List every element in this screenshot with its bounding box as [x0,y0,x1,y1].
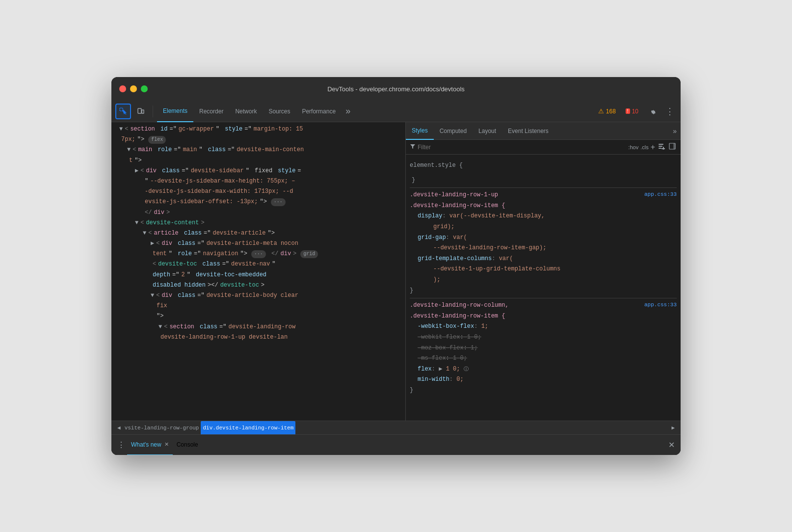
tab-event-listeners[interactable]: Event Listeners [502,122,554,140]
devtools-main: ▼ <section id="gc-wrapper" style="margin… [111,122,681,421]
styles-filter-input[interactable] [418,144,624,151]
toolbar-right: ⚠ 168 ! 10 ⋮ [595,105,677,118]
breadcrumb-item-1[interactable]: vsite-landing-row-group [123,421,201,435]
svg-rect-0 [120,108,123,111]
svg-rect-7 [661,148,665,149]
css-property-grid-gap: grid-gap: var( [410,233,677,243]
error-icon: ! [626,108,630,114]
styles-panel: Styles Computed Layout Event Listeners » [406,122,681,421]
css-prop-ms-flex: -ms-flex: 1 0; [410,353,677,364]
drawer-close-button[interactable]: ✕ [666,438,677,452]
css-prop-webkit-box-flex: -webkit-box-flex: 1; [410,321,677,332]
style-rule-header-2: .devsite-landing-row-column, app.css:33 [410,300,677,311]
html-line: ▼ <article class="devsite-article"> [111,228,405,239]
minimize-button[interactable] [130,85,137,92]
html-line: "--devsite-js-sidebar-max-height: 755px;… [111,176,405,186]
css-prop-min-width: min-width: 0; [410,374,677,385]
maximize-button[interactable] [141,85,148,92]
style-selector: element.style { [410,160,677,171]
more-options-button[interactable]: ⋮ [663,105,677,118]
html-line: disabled hidden></devsite-toc> [111,280,405,291]
html-line: ▼ <div class="devsite-article-body clear [111,291,405,301]
drawer-tab-console[interactable]: Console [173,435,202,455]
tab-performance[interactable]: Performance [296,101,342,122]
tab-styles[interactable]: Styles [406,122,434,140]
toggle-sidebar-icon[interactable] [668,142,677,152]
css-prop-moz-box-flex: -moz-box-flex: 1; [410,343,677,354]
breadcrumb-bar: ◀ vsite-landing-row-group div.devsite-la… [111,421,681,434]
css-property-display: display: var(--devsite-item-display, [410,211,677,222]
style-rule-1: .devsite-landing-row-1-up app.css:33 .de… [410,190,677,296]
divider-2 [410,298,677,298]
tab-computed[interactable]: Computed [434,122,473,140]
css-property-grid-template: grid-template-columns: var( [410,254,677,265]
drawer-tab-whats-new-label: What's new [131,441,161,448]
breadcrumb-item-2[interactable]: div.devsite-landing-row-item [201,421,295,435]
html-line: ▶ <div class="devsite-article-meta nocon [111,239,405,249]
html-line: ▼ <devsite-content> [111,218,405,228]
svg-rect-4 [659,146,662,147]
errors-badge[interactable]: ! 10 [623,107,641,116]
html-line: <devsite-toc class="devsite-nav" [111,259,405,269]
tab-recorder[interactable]: Recorder [193,101,229,122]
drawer-menu-button[interactable]: ⋮ [115,438,127,452]
drawer-tab-whats-new-close[interactable]: ✕ [164,441,169,448]
devtools-window: DevTools - developer.chrome.com/docs/dev… [111,77,681,455]
css-prop-webkit-flex: -webkit-flex: 1 0; [410,332,677,343]
styles-content[interactable]: element.style { } .devsite-landing-row-1… [406,155,681,421]
cls-button[interactable]: .cls [640,144,649,150]
css-property-display-2: grid); [410,222,677,233]
drawer-tab-whats-new[interactable]: What's new ✕ [127,435,173,455]
more-tabs-button[interactable]: » [342,101,354,122]
filter-icons-right [657,142,677,152]
traffic-lights [119,85,148,92]
html-line: devsite-landing-row-1-up devsite-lan [111,332,405,343]
html-line: </div> [111,208,405,218]
toolbar-separator [153,106,153,117]
html-line: tent" role="navigation"> ··· </div> grid [111,249,405,259]
window-title: DevTools - developer.chrome.com/docs/dev… [327,85,465,93]
device-toggle-button[interactable] [133,104,149,119]
drawer-tab-console-label: Console [177,441,198,448]
inspect-icon-button[interactable] [115,104,131,119]
hov-button[interactable]: :hov [628,144,638,150]
settings-button[interactable] [645,105,659,118]
css-property-grid-template-2: --devsite-1-up-grid-template-columns [410,264,677,275]
html-line: 7px;"> flex [111,134,405,145]
html-line: ▼ <section id="gc-wrapper" style="margin… [111,124,405,134]
style-rule-element: element.style { } [410,160,677,186]
html-line: t"> [111,156,405,166]
styles-tabs: Styles Computed Layout Event Listeners » [406,122,681,140]
html-line: evsite-js-sidebar-offset: -13px;"> ··· [111,197,405,207]
breadcrumb-right-arrow[interactable]: ▶ [669,425,677,431]
elements-panel[interactable]: ▼ <section id="gc-wrapper" style="margin… [111,122,406,421]
html-line: ▼ <main role="main" class="devsite-main-… [111,145,405,155]
titlebar: DevTools - developer.chrome.com/docs/dev… [111,77,681,101]
breadcrumb-left-arrow[interactable]: ◀ [115,425,123,431]
style-rule-header-1: .devsite-landing-row-1-up app.css:33 [410,190,677,201]
styles-more-tabs[interactable]: » [669,127,681,135]
tab-elements[interactable]: Elements [157,101,193,122]
css-property-grid-template-3: ); [410,275,677,286]
filter-icon [410,143,416,151]
css-property-grid-gap-2: --devsite-landing-row-item-gap); [410,243,677,254]
html-line: depth="2" devsite-toc-embedded [111,270,405,280]
html-line: "> [111,311,405,321]
add-style-button[interactable]: + [651,143,655,152]
divider [410,187,677,188]
svg-rect-1 [138,108,141,113]
styles-filter-bar: :hov .cls + [406,140,681,155]
toolbar-tabs: Elements Recorder Network Sources Perfor… [157,101,354,122]
css-prop-flex: flex: ▶ 1 0; ⓘ [410,364,677,375]
tab-layout[interactable]: Layout [473,122,502,140]
tab-sources[interactable]: Sources [263,101,296,122]
tab-network[interactable]: Network [229,101,263,122]
html-line: -devsite-js-sidebar-max-width: 1713px; -… [111,186,405,197]
warnings-badge[interactable]: ⚠ 168 [595,106,619,116]
html-line: fix [111,301,405,311]
style-rule-2: .devsite-landing-row-column, app.css:33 … [410,300,677,396]
close-button[interactable] [119,85,126,92]
warning-icon: ⚠ [598,107,604,115]
new-style-rule-icon[interactable] [657,142,666,152]
svg-rect-5 [659,148,661,149]
